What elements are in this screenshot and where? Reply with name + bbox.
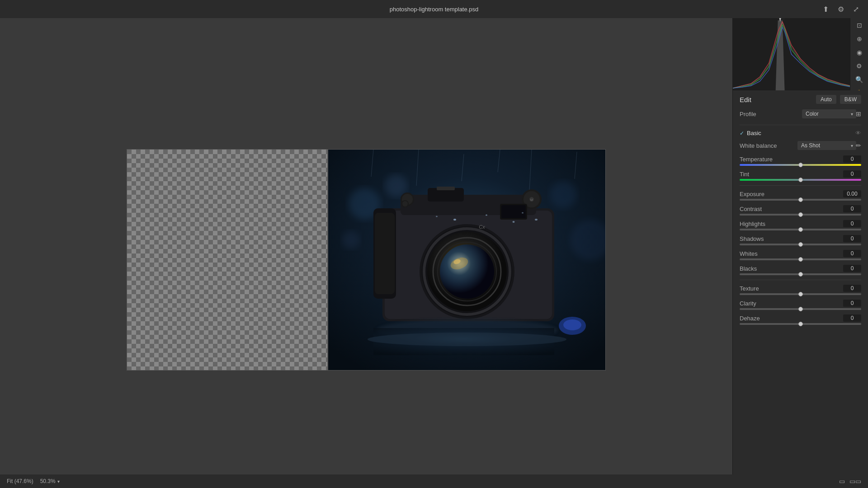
contrast-label: Contrast xyxy=(740,206,762,212)
adjust-icon[interactable]: ⚙ xyxy=(854,62,865,70)
shadows-slider-row: Shadows 0 xyxy=(740,235,861,245)
wb-select-wrapper: As Shot Auto Daylight Cloudy Shade Tungs… xyxy=(780,141,861,150)
fit-zoom-label[interactable]: Fit (47.6%) xyxy=(7,478,33,484)
highlights-track[interactable] xyxy=(740,229,861,230)
expand-icon[interactable]: ⤢ xyxy=(853,5,859,14)
svg-point-38 xyxy=(402,201,408,206)
exposure-label: Exposure xyxy=(740,191,764,197)
canvas-transparent xyxy=(127,149,328,371)
tint-thumb[interactable] xyxy=(798,178,803,182)
shadows-thumb[interactable] xyxy=(798,242,803,247)
texture-track[interactable] xyxy=(740,293,861,295)
basic-section-header[interactable]: ✓ Basic 👁 xyxy=(740,130,861,136)
white-balance-row: White balance As Shot Auto Daylight Clou… xyxy=(740,141,861,150)
svg-point-25 xyxy=(440,244,494,299)
whites-thumb[interactable] xyxy=(798,257,803,262)
export-icon[interactable]: ⬆ xyxy=(823,5,829,14)
svg-point-44 xyxy=(436,216,438,217)
tint-value[interactable]: 0 xyxy=(843,170,861,178)
mask-icon[interactable]: ◉ xyxy=(854,49,865,56)
wb-select[interactable]: As Shot Auto Daylight Cloudy Shade Tungs… xyxy=(797,141,856,150)
svg-rect-50 xyxy=(733,18,868,90)
blacks-thumb[interactable] xyxy=(798,272,803,277)
whites-label-row: Whites 0 xyxy=(740,250,861,257)
divider-2 xyxy=(740,185,861,186)
dehaze-value[interactable]: 0 xyxy=(843,314,861,322)
contrast-label-row: Contrast 0 xyxy=(740,205,861,212)
clarity-label-row: Clarity 0 xyxy=(740,300,861,307)
highlights-thumb[interactable] xyxy=(798,227,803,232)
view-compare-icon[interactable]: ▭▭ xyxy=(849,478,861,485)
texture-value[interactable]: 0 xyxy=(843,285,861,292)
temperature-label: Temperature xyxy=(740,156,773,163)
highlights-label: Highlights xyxy=(740,221,765,227)
heal-icon[interactable]: ⊕ xyxy=(854,35,865,42)
whites-value[interactable]: 0 xyxy=(843,250,861,257)
blacks-value[interactable]: 0 xyxy=(843,265,861,272)
profile-label: Profile xyxy=(740,111,756,117)
profile-select[interactable]: Color Monochrome Adobe Standard xyxy=(802,109,856,118)
temperature-thumb[interactable] xyxy=(798,163,803,167)
eyedropper-icon[interactable]: ✏ xyxy=(856,142,861,149)
exposure-slider-row: Exposure 0.00 xyxy=(740,190,861,201)
shadows-value[interactable]: 0 xyxy=(843,235,861,242)
dehaze-thumb[interactable] xyxy=(798,322,803,326)
whites-track[interactable] xyxy=(740,258,861,260)
texture-thumb[interactable] xyxy=(798,292,803,296)
whites-slider-row: Whites 0 xyxy=(740,250,861,260)
right-toolbar: ⊡ ⊕ ◉ ⚙ 🔍 ✋ ◈ ⋮⋮ xyxy=(850,18,868,90)
clarity-value[interactable]: 0 xyxy=(843,300,861,307)
svg-point-41 xyxy=(513,221,515,223)
highlights-label-row: Highlights 0 xyxy=(740,220,861,227)
svg-point-42 xyxy=(522,212,524,214)
shadows-label-row: Shadows 0 xyxy=(740,235,861,242)
bw-button[interactable]: B&W xyxy=(840,95,861,104)
tint-track[interactable] xyxy=(740,179,861,181)
profile-grid-icon[interactable]: ⊞ xyxy=(856,110,861,117)
view-single-icon[interactable]: ▭ xyxy=(839,478,845,485)
edit-header: Edit Auto B&W xyxy=(740,95,861,104)
temperature-value[interactable]: 0 xyxy=(843,155,861,163)
svg-point-4 xyxy=(550,181,577,208)
svg-rect-18 xyxy=(375,213,395,294)
contrast-thumb[interactable] xyxy=(798,212,803,217)
svg-point-49 xyxy=(563,319,581,330)
contrast-track[interactable] xyxy=(740,214,861,216)
canvas-area: M Cx xyxy=(0,18,732,474)
dehaze-track[interactable] xyxy=(740,323,861,325)
exposure-value[interactable]: 0.00 xyxy=(843,190,861,197)
zoom-chevron[interactable]: ▾ xyxy=(57,479,60,484)
highlights-slider-row: Highlights 0 xyxy=(740,220,861,230)
clarity-thumb[interactable] xyxy=(798,307,803,311)
blacks-label-row: Blacks 0 xyxy=(740,265,861,272)
profile-row: Profile Color Monochrome Adobe Standard … xyxy=(740,109,861,118)
contrast-slider-row: Contrast 0 xyxy=(740,205,861,216)
profile-select-wrapper: Color Monochrome Adobe Standard ▾ ⊞ xyxy=(802,109,861,118)
shadows-track[interactable] xyxy=(740,244,861,245)
clarity-track[interactable] xyxy=(740,308,861,310)
exposure-label-row: Exposure 0.00 xyxy=(740,190,861,197)
exposure-track[interactable] xyxy=(740,199,861,201)
blacks-track[interactable] xyxy=(740,273,861,275)
highlights-value[interactable]: 0 xyxy=(843,220,861,227)
clarity-label: Clarity xyxy=(740,300,756,307)
zoom-icon[interactable]: 🔍 xyxy=(854,76,865,83)
svg-rect-36 xyxy=(501,205,526,218)
hand-icon[interactable]: ✋ xyxy=(854,89,865,90)
dehaze-label-row: Dehaze 0 xyxy=(740,314,861,322)
titlebar-icons: ⬆ ⚙ ⤢ xyxy=(823,5,859,14)
canvas-photo: M Cx xyxy=(328,149,606,371)
contrast-value[interactable]: 0 xyxy=(843,205,861,212)
main-area: M Cx xyxy=(0,18,868,474)
statusbar: Fit (47.6%) 50.3% ▾ ▭ ▭▭ xyxy=(0,474,868,488)
edit-header-buttons: Auto B&W xyxy=(816,95,861,104)
tint-label: Tint xyxy=(740,171,749,178)
basic-section-title: Basic xyxy=(747,130,761,136)
fit-label: Fit (47.6%) xyxy=(7,478,33,484)
auto-button[interactable]: Auto xyxy=(816,95,836,104)
basic-visibility-icon[interactable]: 👁 xyxy=(855,130,861,136)
crop-icon[interactable]: ⊡ xyxy=(854,22,865,29)
settings-icon[interactable]: ⚙ xyxy=(838,5,844,14)
temperature-track[interactable] xyxy=(740,164,861,166)
exposure-thumb[interactable] xyxy=(798,197,803,202)
